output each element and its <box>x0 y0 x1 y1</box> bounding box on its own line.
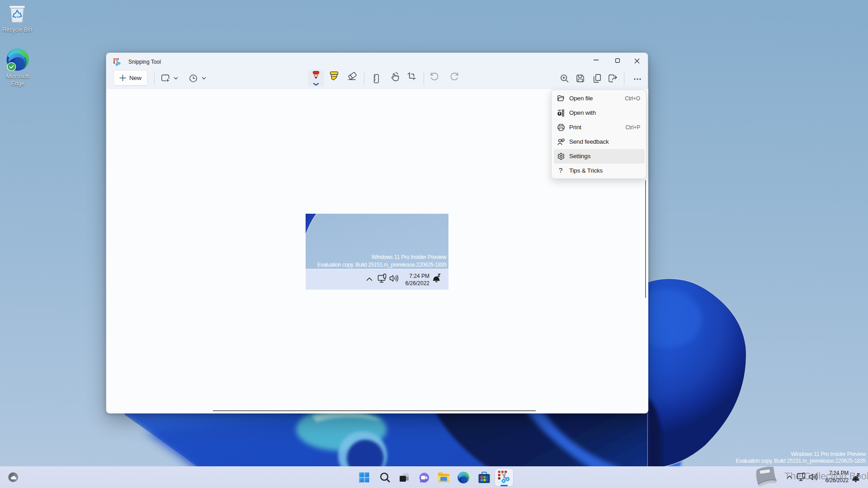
svg-text:6/26/2022: 6/26/2022 <box>406 280 430 286</box>
svg-text:7:24 PM: 7:24 PM <box>409 273 429 279</box>
svg-text:Evaluation copy. Build 25151.r: Evaluation copy. Build 25151.rs_prerelea… <box>317 262 447 268</box>
svg-text:Windows 11 Pro Insider Preview: Windows 11 Pro Insider Preview <box>372 254 447 260</box>
